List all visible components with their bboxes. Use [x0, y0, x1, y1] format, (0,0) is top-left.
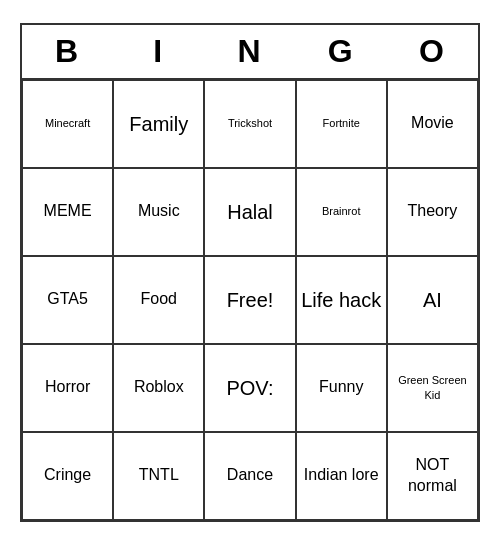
bingo-header: BINGO	[22, 25, 478, 80]
bingo-cell: MEME	[22, 168, 113, 256]
bingo-cell: Music	[113, 168, 204, 256]
header-letter: G	[296, 25, 387, 78]
bingo-cell: Indian lore	[296, 432, 387, 520]
bingo-cell: TNTL	[113, 432, 204, 520]
bingo-cell: Horror	[22, 344, 113, 432]
bingo-cell: Funny	[296, 344, 387, 432]
bingo-cell: Life hack	[296, 256, 387, 344]
header-letter: N	[204, 25, 295, 78]
bingo-cell: Food	[113, 256, 204, 344]
bingo-cell: AI	[387, 256, 478, 344]
bingo-cell: Trickshot	[204, 80, 295, 168]
bingo-cell: GTA5	[22, 256, 113, 344]
bingo-cell: Family	[113, 80, 204, 168]
bingo-cell: Brainrot	[296, 168, 387, 256]
bingo-cell: Theory	[387, 168, 478, 256]
bingo-cell: Free!	[204, 256, 295, 344]
bingo-cell: Movie	[387, 80, 478, 168]
header-letter: B	[22, 25, 113, 78]
bingo-cell: Fortnite	[296, 80, 387, 168]
bingo-cell: Dance	[204, 432, 295, 520]
bingo-cell: Cringe	[22, 432, 113, 520]
bingo-cell: Green Screen Kid	[387, 344, 478, 432]
header-letter: O	[387, 25, 478, 78]
bingo-cell: NOT normal	[387, 432, 478, 520]
bingo-card: BINGO MinecraftFamilyTrickshotFortniteMo…	[20, 23, 480, 522]
bingo-cell: Halal	[204, 168, 295, 256]
header-letter: I	[113, 25, 204, 78]
bingo-cell: Minecraft	[22, 80, 113, 168]
bingo-grid: MinecraftFamilyTrickshotFortniteMovieMEM…	[22, 80, 478, 520]
bingo-cell: POV:	[204, 344, 295, 432]
bingo-cell: Roblox	[113, 344, 204, 432]
